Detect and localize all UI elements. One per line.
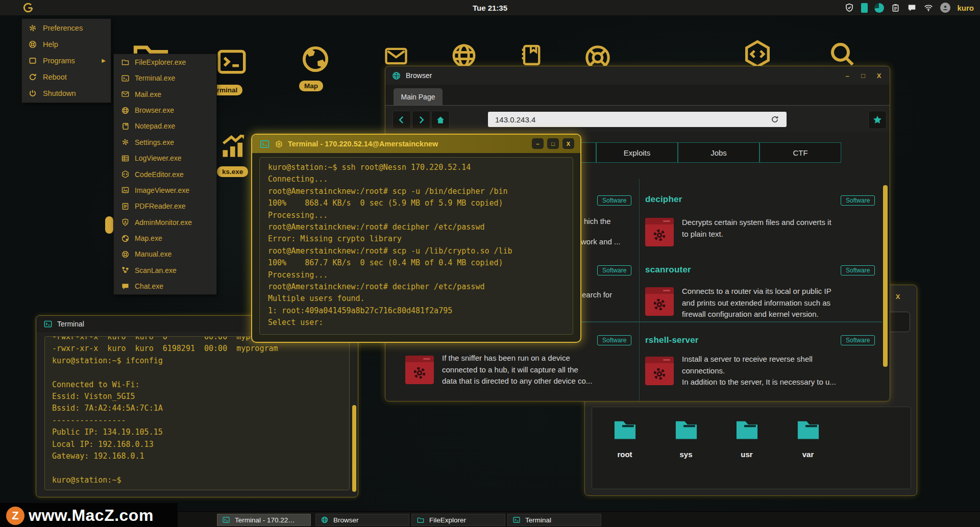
battery-icon[interactable]: [861, 3, 868, 13]
back-button[interactable]: [393, 111, 411, 129]
gear-icon: [28, 23, 37, 33]
submenu-item-chat[interactable]: Chat.exe: [114, 279, 216, 294]
menu-item-shutdown[interactable]: Shutdown: [22, 85, 111, 101]
folder-icon: [416, 516, 425, 524]
ssh-terminal-title-bar[interactable]: Terminal - 170.220.52.14@Amerstaincknew: [252, 135, 580, 153]
close-button[interactable]: X: [562, 138, 574, 149]
chevron-left-icon: [397, 115, 407, 125]
close-button[interactable]: X: [892, 291, 903, 302]
submenu-arrow-icon: ▶: [102, 58, 106, 63]
submenu-item-manual[interactable]: Manual.exe: [114, 246, 216, 262]
submenu-item-terminal[interactable]: Terminal.exe: [114, 70, 216, 86]
bookmark-button[interactable]: [868, 111, 887, 129]
taskbar-item-fileexplorer[interactable]: FileExplorer: [411, 514, 505, 526]
submenu-item-imageviewer[interactable]: ImageViewer.exe: [114, 182, 216, 198]
submenu-item-codeeditor[interactable]: CodeEditor.exe: [114, 166, 216, 182]
star-icon: [872, 114, 883, 126]
folder-label[interactable]: sys: [663, 450, 709, 459]
folder-label[interactable]: root: [602, 450, 648, 459]
software-card-title[interactable]: rshell-server: [645, 335, 699, 345]
browser-tab-main-page[interactable]: Main Page: [394, 88, 443, 105]
software-app-icon: [645, 218, 674, 246]
browser-title-bar[interactable]: Browser: [385, 66, 890, 85]
refresh-icon[interactable]: [770, 115, 779, 124]
chat-bubble-icon[interactable]: [907, 3, 917, 13]
submenu-item-browser[interactable]: Browser.exe: [114, 103, 216, 118]
search-desktop-icon[interactable]: [827, 39, 857, 69]
map-desktop-label[interactable]: Map: [299, 81, 323, 91]
menu-item-help[interactable]: Help: [22, 37, 111, 53]
terminal-output[interactable]: -rwxr-xr-x kuro kuro 0 00:00 myprogram -…: [44, 336, 350, 490]
terminal-desktop-icon[interactable]: [213, 45, 250, 79]
menu-item-reboot[interactable]: Reboot: [22, 69, 111, 85]
software-badge: Software: [841, 195, 875, 206]
software-card-title[interactable]: scanrouter: [645, 265, 691, 275]
stocks-desktop-icon[interactable]: [218, 131, 248, 162]
window-icon: [28, 56, 37, 65]
lifebuoy-icon: [28, 40, 37, 49]
submenu-item-logviewer[interactable]: LogViewer.exe: [114, 150, 216, 166]
globe-icon: [121, 106, 130, 115]
submenu-item-notepad[interactable]: Notepad.exe: [114, 118, 216, 134]
gear-icon: [411, 364, 428, 382]
clipboard-icon[interactable]: [891, 3, 900, 13]
submenu-item-map[interactable]: Map.exe: [114, 231, 216, 246]
taskbar-item-ssh-terminal[interactable]: Terminal - 170.22…: [217, 514, 311, 526]
terminal-window-title: Terminal: [57, 320, 84, 328]
folder-label[interactable]: var: [785, 450, 831, 459]
programs-submenu: FileExplorer.exe Terminal.exe Mail.exe B…: [113, 54, 217, 295]
chat-bubble-icon: [121, 282, 130, 291]
url-bar[interactable]: 143.0.243.4: [488, 112, 787, 127]
username[interactable]: kuro: [957, 4, 974, 12]
menu-item-preferences[interactable]: Preferences: [22, 20, 111, 36]
gear-icon: [651, 365, 668, 383]
folder-icon[interactable]: [733, 416, 761, 443]
taskbar-item-terminal[interactable]: Terminal: [507, 514, 601, 526]
minimize-button[interactable]: –: [532, 138, 544, 149]
shield-person-icon: [121, 218, 130, 227]
menu-label: Programs: [43, 57, 75, 65]
disk-usage-pie-icon[interactable]: [874, 3, 884, 13]
terminal-scrollbar[interactable]: [352, 405, 356, 492]
submenu-item-pdfreader[interactable]: PDFReader.exe: [114, 198, 216, 214]
taskbar-item-browser[interactable]: Browser: [315, 514, 409, 526]
page-scrollbar[interactable]: [883, 185, 888, 367]
submenu-item-scanlan[interactable]: ScanLan.exe: [114, 262, 216, 278]
pdf-icon: [121, 202, 130, 211]
map-desktop-icon[interactable]: [299, 43, 332, 76]
shield-check-icon[interactable]: [844, 3, 854, 13]
ssh-terminal-window: Terminal - 170.220.52.14@Amerstaincknew …: [251, 134, 581, 343]
software-card-title[interactable]: decipher: [645, 194, 682, 205]
page-tab-ctf[interactable]: CTF: [760, 142, 841, 163]
menu-label: Reboot: [43, 73, 67, 81]
folder-label[interactable]: usr: [724, 450, 770, 459]
menu-item-programs[interactable]: Programs ▶: [22, 53, 111, 68]
minimize-button[interactable]: –: [842, 70, 853, 81]
maximize-button[interactable]: □: [547, 138, 559, 149]
submenu-item-settings[interactable]: Settings.exe: [114, 134, 216, 150]
folder-icon[interactable]: [672, 416, 700, 443]
wifi-icon[interactable]: [923, 3, 934, 13]
submenu-item-fileexplorer[interactable]: FileExplorer.exe: [114, 54, 216, 70]
page-tab-exploits[interactable]: Exploits: [596, 142, 678, 163]
submenu-item-mail[interactable]: Mail.exe: [114, 86, 216, 102]
forward-button[interactable]: [412, 111, 430, 129]
maximize-button[interactable]: □: [857, 70, 869, 81]
avatar[interactable]: [940, 3, 950, 13]
clock: Tue 21:35: [0, 4, 980, 12]
notepad-icon: [121, 122, 130, 131]
file-explorer-file-panel: root sys usr var: [592, 407, 911, 489]
folder-icon[interactable]: [611, 416, 639, 443]
ssh-terminal-output[interactable]: kuro@station:~$ ssh root@Nessn 170.220.5…: [259, 157, 573, 335]
home-button[interactable]: [431, 111, 450, 129]
ssh-terminal-title: Terminal - 170.220.52.14@Amerstaincknew: [288, 140, 438, 148]
stocks-desktop-label[interactable]: ks.exe: [217, 166, 248, 177]
page-tab-jobs[interactable]: Jobs: [678, 142, 760, 163]
close-button[interactable]: X: [873, 70, 885, 81]
notepad-desktop-icon[interactable]: [518, 41, 544, 69]
software-badge: Software: [841, 265, 875, 275]
folder-icon[interactable]: [794, 416, 822, 443]
url-text: 143.0.243.4: [495, 115, 535, 124]
watermark-logo: Z: [6, 507, 24, 525]
submenu-item-adminmonitor[interactable]: AdminMonitor.exe: [114, 214, 216, 230]
